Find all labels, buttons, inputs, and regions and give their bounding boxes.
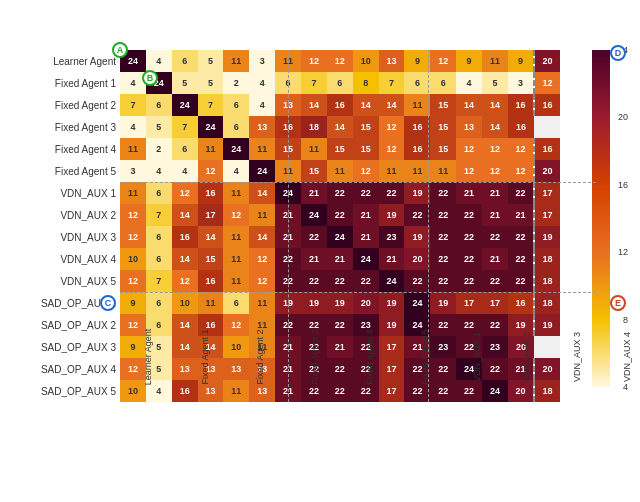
main-container: Learner AgentFixed Agent 1Fixed Agent 2F… <box>0 0 640 502</box>
matrix-cell: 22 <box>456 226 482 248</box>
matrix-cell: 22 <box>327 182 353 204</box>
matrix-cell: 4 <box>172 160 198 182</box>
matrix-row: 9610116111919192019241917171618 <box>120 292 560 314</box>
matrix-cell: 6 <box>172 138 198 160</box>
matrix-cell: 18 <box>534 248 560 270</box>
col-label: VDN_AUX 2 <box>522 332 532 382</box>
matrix-cell: 22 <box>327 270 353 292</box>
group-separator-v1 <box>288 50 289 402</box>
matrix-cell: 22 <box>482 226 508 248</box>
matrix-cell: 15 <box>327 138 353 160</box>
matrix-cell: 12 <box>249 270 275 292</box>
matrix-cell: 19 <box>379 204 405 226</box>
matrix-cell: 6 <box>146 94 172 116</box>
matrix-cell: 11 <box>249 204 275 226</box>
matrix-cell: 10 <box>172 292 198 314</box>
matrix-cell: 11 <box>327 160 353 182</box>
matrix-cell: 22 <box>404 270 430 292</box>
matrix-cell: 4 <box>120 116 146 138</box>
matrix-cell: 21 <box>482 248 508 270</box>
matrix-cell: 16 <box>404 138 430 160</box>
matrix-cell: 11 <box>249 138 275 160</box>
matrix-cell: 3 <box>120 160 146 182</box>
matrix-cell: 16 <box>508 292 534 314</box>
matrix-cell: 14 <box>353 94 379 116</box>
matrix-cell: 7 <box>146 204 172 226</box>
matrix-cell: 15 <box>430 116 456 138</box>
col-label-wrap: VDN_AUX 1 <box>452 317 502 362</box>
row-label: SAD_OP_AUX 3 <box>10 336 120 358</box>
colorbar-tick: 12 <box>612 247 630 257</box>
matrix-cell: 12 <box>223 204 249 226</box>
matrix-cell: 8 <box>353 72 379 94</box>
matrix-cell: 15 <box>430 138 456 160</box>
col-label: Fixed Agent 3 <box>309 329 319 384</box>
row-labels: Learner AgentFixed Agent 1Fixed Agent 2F… <box>10 50 120 402</box>
matrix-cell: 14 <box>482 94 508 116</box>
matrix-row: 127141712112124222119222222212117 <box>120 204 560 226</box>
matrix-cell: 18 <box>534 270 560 292</box>
col-label: VDN_AUX 3 <box>572 332 582 382</box>
matrix-cell: 2 <box>223 72 249 94</box>
matrix-cell: 6 <box>223 292 249 314</box>
matrix-cell: 24 <box>301 204 327 226</box>
row-label: Fixed Agent 4 <box>10 138 120 160</box>
matrix-cell: 12 <box>456 138 482 160</box>
group-separator-v2 <box>428 50 429 402</box>
matrix-cell: 5 <box>198 50 224 72</box>
row-label: Learner Agent <box>10 50 120 72</box>
col-label: Fixed Agent 4 <box>364 329 374 384</box>
matrix-cell: 16 <box>534 94 560 116</box>
row-label: SAD_OP_AUX 4 <box>10 358 120 380</box>
matrix-cell: 12 <box>508 138 534 160</box>
matrix-row: 76247641314161414111514141616 <box>120 94 560 116</box>
matrix-cell: 14 <box>249 226 275 248</box>
annotation-d: D <box>610 45 626 61</box>
matrix-cell: 17 <box>482 292 508 314</box>
matrix-cell: 7 <box>198 94 224 116</box>
matrix-cell: 16 <box>404 116 430 138</box>
matrix-cell: 21 <box>482 204 508 226</box>
matrix-cell: 22 <box>508 182 534 204</box>
matrix-cell: 10 <box>120 248 146 270</box>
matrix-cell: 19 <box>327 292 353 314</box>
matrix-row: 4245524676876645312 <box>120 72 560 94</box>
matrix-cell: 4 <box>249 94 275 116</box>
matrix-cell: 9 <box>508 50 534 72</box>
matrix-cell: 22 <box>430 226 456 248</box>
matrix-cell: 6 <box>146 248 172 270</box>
matrix-cell: 16 <box>198 182 224 204</box>
matrix-cell: 4 <box>146 160 172 182</box>
annotation-c: C <box>100 295 116 311</box>
matrix-row: 126161411142122242123192222222219 <box>120 226 560 248</box>
matrix-cell: 22 <box>327 204 353 226</box>
matrix-cell: 14 <box>482 116 508 138</box>
matrix-cell: 12 <box>508 160 534 182</box>
matrix-cell: 15 <box>198 248 224 270</box>
col-labels: Learner AgentFixed Agent 1Fixed Agent 2F… <box>120 317 560 387</box>
matrix-cell: 22 <box>301 270 327 292</box>
col-label-wrap: Fixed Agent 4 <box>342 317 397 362</box>
matrix-cell: 3 <box>249 50 275 72</box>
matrix-cell: 22 <box>508 226 534 248</box>
matrix-cell: 21 <box>353 204 379 226</box>
col-label: VDN_AUX 1 <box>472 332 482 382</box>
matrix-cell: 11 <box>120 182 146 204</box>
matrix-cell: 17 <box>534 204 560 226</box>
matrix-cell: 21 <box>456 182 482 204</box>
matrix-cell: 21 <box>482 182 508 204</box>
matrix-row: 116121611142421222222192221212217 <box>120 182 560 204</box>
col-label-wrap: Fixed Agent 1 <box>177 317 232 362</box>
annotation-b: B <box>142 70 158 86</box>
matrix-cell: 15 <box>353 138 379 160</box>
matrix-cell: 6 <box>223 116 249 138</box>
matrix-cell: 11 <box>223 270 249 292</box>
matrix-cell: 7 <box>146 270 172 292</box>
matrix-cell: 14 <box>327 116 353 138</box>
matrix-cell: 5 <box>172 72 198 94</box>
matrix-cell: 24 <box>172 94 198 116</box>
matrix-cell: 11 <box>404 160 430 182</box>
matrix-cell: 12 <box>482 138 508 160</box>
matrix-cell: 6 <box>146 292 172 314</box>
matrix-cell: 24 <box>223 138 249 160</box>
